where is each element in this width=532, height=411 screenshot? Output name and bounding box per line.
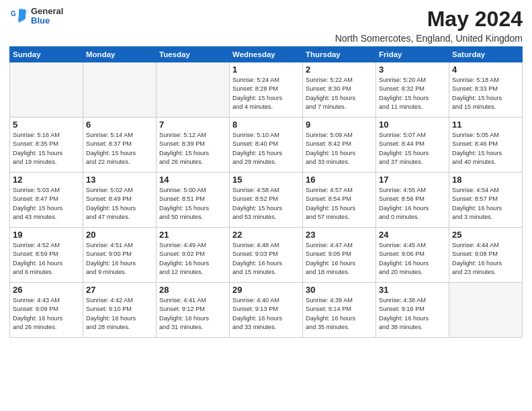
calendar-cell: 12Sunrise: 5:03 AM Sunset: 8:47 PM Dayli… bbox=[10, 173, 83, 228]
header-monday: Monday bbox=[83, 47, 157, 62]
calendar-cell: 2Sunrise: 5:22 AM Sunset: 8:30 PM Daylig… bbox=[303, 62, 376, 118]
day-info: Sunrise: 4:57 AM Sunset: 8:54 PM Dayligh… bbox=[306, 186, 373, 222]
day-number: 14 bbox=[159, 175, 226, 185]
calendar-cell: 24Sunrise: 4:45 AM Sunset: 9:06 PM Dayli… bbox=[376, 228, 449, 283]
day-info: Sunrise: 5:10 AM Sunset: 8:40 PM Dayligh… bbox=[232, 131, 300, 167]
calendar-cell: 14Sunrise: 5:00 AM Sunset: 8:51 PM Dayli… bbox=[157, 173, 230, 228]
day-number: 9 bbox=[306, 120, 373, 130]
day-info: Sunrise: 5:05 AM Sunset: 8:46 PM Dayligh… bbox=[452, 131, 519, 167]
day-number: 2 bbox=[306, 64, 373, 75]
calendar-cell: 17Sunrise: 4:55 AM Sunset: 8:56 PM Dayli… bbox=[376, 173, 449, 228]
day-info: Sunrise: 4:38 AM Sunset: 9:16 PM Dayligh… bbox=[379, 296, 446, 332]
header-sunday: Sunday bbox=[10, 47, 83, 62]
day-number: 23 bbox=[306, 230, 373, 240]
calendar-cell bbox=[10, 62, 83, 118]
header-wednesday: Wednesday bbox=[230, 47, 303, 62]
day-info: Sunrise: 4:51 AM Sunset: 9:00 PM Dayligh… bbox=[86, 241, 153, 277]
day-number: 16 bbox=[306, 175, 373, 185]
calendar-cell: 26Sunrise: 4:43 AM Sunset: 9:09 PM Dayli… bbox=[10, 283, 83, 338]
calendar-cell: 16Sunrise: 4:57 AM Sunset: 8:54 PM Dayli… bbox=[303, 173, 376, 228]
day-info: Sunrise: 4:43 AM Sunset: 9:09 PM Dayligh… bbox=[13, 296, 80, 332]
calendar-cell: 22Sunrise: 4:48 AM Sunset: 9:03 PM Dayli… bbox=[230, 228, 303, 283]
day-number: 24 bbox=[379, 230, 446, 240]
day-number: 8 bbox=[232, 120, 300, 130]
day-number: 20 bbox=[86, 230, 153, 240]
day-info: Sunrise: 4:40 AM Sunset: 9:13 PM Dayligh… bbox=[232, 296, 300, 332]
logo-text: General Blue bbox=[31, 7, 63, 26]
day-number: 27 bbox=[86, 285, 153, 295]
header-tuesday: Tuesday bbox=[157, 47, 230, 62]
day-info: Sunrise: 4:42 AM Sunset: 9:10 PM Dayligh… bbox=[86, 296, 153, 332]
day-number: 12 bbox=[13, 175, 80, 185]
logo-blue: Blue bbox=[31, 16, 63, 26]
day-number: 18 bbox=[452, 175, 519, 185]
day-number: 19 bbox=[13, 230, 80, 240]
day-info: Sunrise: 4:55 AM Sunset: 8:56 PM Dayligh… bbox=[379, 186, 446, 222]
calendar-cell bbox=[449, 283, 523, 338]
day-number: 26 bbox=[13, 285, 80, 295]
day-info: Sunrise: 5:20 AM Sunset: 8:32 PM Dayligh… bbox=[379, 76, 446, 111]
day-info: Sunrise: 4:49 AM Sunset: 9:02 PM Dayligh… bbox=[159, 241, 226, 277]
day-number: 21 bbox=[159, 230, 226, 240]
header: G General Blue May 2024 North Somercotes… bbox=[9, 7, 523, 44]
day-info: Sunrise: 5:09 AM Sunset: 8:42 PM Dayligh… bbox=[306, 131, 373, 167]
calendar-week-1: 5Sunrise: 5:16 AM Sunset: 8:35 PM Daylig… bbox=[10, 118, 523, 173]
day-info: Sunrise: 4:48 AM Sunset: 9:03 PM Dayligh… bbox=[232, 241, 300, 277]
day-number: 30 bbox=[306, 285, 373, 295]
calendar-cell: 19Sunrise: 4:52 AM Sunset: 8:59 PM Dayli… bbox=[10, 228, 83, 283]
day-info: Sunrise: 5:18 AM Sunset: 8:33 PM Dayligh… bbox=[452, 76, 519, 111]
calendar-week-2: 12Sunrise: 5:03 AM Sunset: 8:47 PM Dayli… bbox=[10, 173, 523, 228]
svg-text:G: G bbox=[11, 10, 16, 17]
day-number: 7 bbox=[159, 120, 226, 130]
calendar-cell: 29Sunrise: 4:40 AM Sunset: 9:13 PM Dayli… bbox=[230, 283, 303, 338]
day-info: Sunrise: 5:03 AM Sunset: 8:47 PM Dayligh… bbox=[13, 186, 80, 222]
calendar-cell: 4Sunrise: 5:18 AM Sunset: 8:33 PM Daylig… bbox=[449, 62, 523, 118]
day-number: 17 bbox=[379, 175, 446, 185]
page: G General Blue May 2024 North Somercotes… bbox=[0, 0, 532, 411]
day-number: 4 bbox=[452, 64, 519, 75]
calendar-cell: 27Sunrise: 4:42 AM Sunset: 9:10 PM Dayli… bbox=[83, 283, 157, 338]
logo: G General Blue bbox=[9, 7, 63, 26]
calendar-cell: 20Sunrise: 4:51 AM Sunset: 9:00 PM Dayli… bbox=[83, 228, 157, 283]
day-info: Sunrise: 5:02 AM Sunset: 8:49 PM Dayligh… bbox=[86, 186, 153, 222]
logo-icon: G bbox=[9, 7, 28, 26]
header-friday: Friday bbox=[376, 47, 449, 62]
calendar-week-3: 19Sunrise: 4:52 AM Sunset: 8:59 PM Dayli… bbox=[10, 228, 523, 283]
day-info: Sunrise: 5:24 AM Sunset: 8:28 PM Dayligh… bbox=[232, 76, 300, 111]
month-title: May 2024 bbox=[335, 7, 523, 32]
day-info: Sunrise: 5:22 AM Sunset: 8:30 PM Dayligh… bbox=[306, 76, 373, 111]
day-info: Sunrise: 5:00 AM Sunset: 8:51 PM Dayligh… bbox=[159, 186, 226, 222]
day-info: Sunrise: 4:47 AM Sunset: 9:05 PM Dayligh… bbox=[306, 241, 373, 277]
calendar-header-row: Sunday Monday Tuesday Wednesday Thursday… bbox=[10, 47, 523, 62]
calendar-cell: 11Sunrise: 5:05 AM Sunset: 8:46 PM Dayli… bbox=[449, 118, 523, 173]
calendar-cell: 10Sunrise: 5:07 AM Sunset: 8:44 PM Dayli… bbox=[376, 118, 449, 173]
day-number: 10 bbox=[379, 120, 446, 130]
day-number: 15 bbox=[232, 175, 300, 185]
calendar-cell bbox=[157, 62, 230, 118]
day-info: Sunrise: 4:54 AM Sunset: 8:57 PM Dayligh… bbox=[452, 186, 519, 222]
calendar-cell: 3Sunrise: 5:20 AM Sunset: 8:32 PM Daylig… bbox=[376, 62, 449, 118]
day-info: Sunrise: 5:16 AM Sunset: 8:35 PM Dayligh… bbox=[13, 131, 80, 167]
header-thursday: Thursday bbox=[303, 47, 376, 62]
day-number: 22 bbox=[232, 230, 300, 240]
calendar-cell bbox=[83, 62, 157, 118]
calendar-table: Sunday Monday Tuesday Wednesday Thursday… bbox=[9, 46, 523, 338]
calendar-cell: 28Sunrise: 4:41 AM Sunset: 9:12 PM Dayli… bbox=[157, 283, 230, 338]
day-number: 29 bbox=[232, 285, 300, 295]
calendar-cell: 7Sunrise: 5:12 AM Sunset: 8:39 PM Daylig… bbox=[157, 118, 230, 173]
calendar-cell: 18Sunrise: 4:54 AM Sunset: 8:57 PM Dayli… bbox=[449, 173, 523, 228]
calendar-cell: 21Sunrise: 4:49 AM Sunset: 9:02 PM Dayli… bbox=[157, 228, 230, 283]
calendar-cell: 5Sunrise: 5:16 AM Sunset: 8:35 PM Daylig… bbox=[10, 118, 83, 173]
calendar-cell: 25Sunrise: 4:44 AM Sunset: 9:08 PM Dayli… bbox=[449, 228, 523, 283]
calendar-week-4: 26Sunrise: 4:43 AM Sunset: 9:09 PM Dayli… bbox=[10, 283, 523, 338]
day-number: 6 bbox=[86, 120, 153, 130]
day-number: 1 bbox=[232, 64, 300, 75]
day-info: Sunrise: 4:39 AM Sunset: 9:14 PM Dayligh… bbox=[306, 296, 373, 332]
day-info: Sunrise: 4:45 AM Sunset: 9:06 PM Dayligh… bbox=[379, 241, 446, 277]
calendar-cell: 15Sunrise: 4:58 AM Sunset: 8:52 PM Dayli… bbox=[230, 173, 303, 228]
day-info: Sunrise: 5:07 AM Sunset: 8:44 PM Dayligh… bbox=[379, 131, 446, 167]
day-info: Sunrise: 4:44 AM Sunset: 9:08 PM Dayligh… bbox=[452, 241, 519, 277]
calendar-cell: 9Sunrise: 5:09 AM Sunset: 8:42 PM Daylig… bbox=[303, 118, 376, 173]
calendar-cell: 13Sunrise: 5:02 AM Sunset: 8:49 PM Dayli… bbox=[83, 173, 157, 228]
day-info: Sunrise: 5:12 AM Sunset: 8:39 PM Dayligh… bbox=[159, 131, 226, 167]
